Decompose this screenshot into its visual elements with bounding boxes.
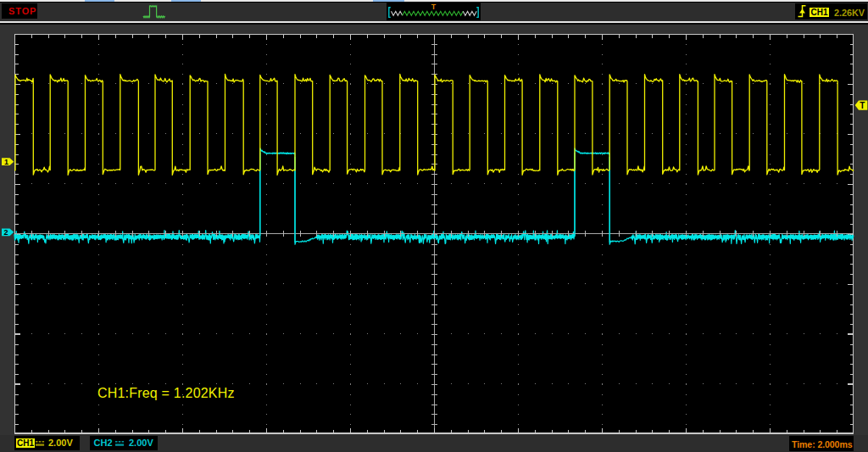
svg-text:1: 1	[4, 158, 8, 166]
svg-text:T: T	[860, 101, 865, 110]
svg-text:2: 2	[4, 228, 8, 237]
svg-text:T: T	[431, 3, 437, 11]
